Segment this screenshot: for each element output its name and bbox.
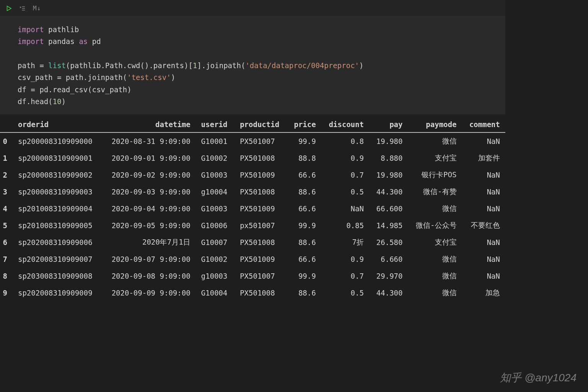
code-str: 'test.csv' (127, 73, 171, 82)
table-cell: 支付宝 (408, 150, 462, 167)
table-cell: 0.85 (321, 217, 369, 234)
run-cell-icon[interactable] (5, 5, 12, 12)
table-cell: 6 (0, 234, 13, 251)
table-cell: 微信 (408, 200, 462, 217)
table-cell: PX501008 (235, 234, 287, 251)
column-header: userid (196, 117, 234, 132)
table-cell: 0.9 (321, 150, 369, 167)
table-cell: 99.9 (287, 132, 321, 150)
table-cell: G10004 (196, 284, 234, 301)
table-cell: 0 (0, 132, 13, 150)
run-by-line-icon[interactable] (19, 5, 26, 12)
table-cell: G10003 (196, 200, 234, 217)
code-text: ) (171, 73, 175, 82)
output-area: orderiddatetimeuseridproductidpricedisco… (0, 114, 505, 301)
table-cell: sp203008310909008 (13, 268, 102, 284)
table-cell: 26.580 (369, 234, 408, 251)
table-cell: 2020-08-31 9:09:00 (102, 132, 196, 150)
table-cell: 44.300 (369, 284, 408, 301)
code-text: df = pd.read_csv(csv_path) (18, 85, 131, 94)
table-cell: 1 (0, 150, 13, 167)
table-cell: PX501009 (235, 167, 287, 183)
table-cell: NaN (462, 132, 505, 150)
code-keyword: import (18, 37, 44, 46)
table-cell: 66.6 (287, 251, 321, 268)
table-row: 9sp2020083109090092020-09-09 9:09:00G100… (0, 284, 505, 301)
code-cell[interactable]: import pathlib import pandas as pd path … (0, 17, 505, 114)
table-cell: PX501008 (235, 183, 287, 200)
table-cell: PX501009 (235, 251, 287, 268)
table-cell: sp201008310909005 (13, 217, 102, 234)
table-cell: 微信 (408, 132, 462, 150)
table-cell: 5 (0, 217, 13, 234)
table-cell: G10003 (196, 167, 234, 183)
table-cell: 0.8 (321, 132, 369, 150)
table-cell: 8.880 (369, 150, 408, 167)
table-head: orderiddatetimeuseridproductidpricedisco… (0, 117, 505, 132)
table-cell: 88.8 (287, 150, 321, 167)
table-cell: 0.5 (321, 183, 369, 200)
code-text: ) (359, 61, 363, 70)
table-cell: 14.985 (369, 217, 408, 234)
table-cell: PX501007 (235, 132, 287, 150)
table-cell: PX501007 (235, 268, 287, 284)
table-cell: 2020-09-03 9:09:00 (102, 183, 196, 200)
table-row: 2sp2000083109090022020-09-02 9:09:00G100… (0, 167, 505, 183)
table-cell: 7折 (321, 234, 369, 251)
table-cell: G10002 (196, 150, 234, 167)
table-cell: 19.980 (369, 132, 408, 150)
table-cell: NaN (462, 167, 505, 183)
code-text: ].joinpath( (197, 61, 245, 70)
table-row: 0sp2000083109090002020-08-31 9:09:00G100… (0, 132, 505, 150)
table-cell: sp200008310909003 (13, 183, 102, 200)
table-cell: sp202008310909006 (13, 234, 102, 251)
table-row: 3sp2000083109090032020-09-03 9:09:00g100… (0, 183, 505, 200)
table-cell: 29.970 (369, 268, 408, 284)
table-cell: 2020-09-08 9:09:00 (102, 268, 196, 284)
table-cell: 加套件 (462, 150, 505, 167)
table-cell: 不要红色 (462, 217, 505, 234)
column-header: pay (369, 117, 408, 132)
table-row: 5sp2010083109090052020-09-05 9:09:00G100… (0, 217, 505, 234)
dataframe-table: orderiddatetimeuseridproductidpricedisco… (0, 117, 505, 301)
column-header: comment (462, 117, 505, 132)
table-cell: 0.7 (321, 268, 369, 284)
table-cell: px501007 (235, 217, 287, 234)
table-body: 0sp2000083109090002020-08-31 9:09:00G100… (0, 132, 505, 301)
table-cell: 9 (0, 284, 13, 301)
table-cell: 2020-09-04 9:09:00 (102, 200, 196, 217)
code-text: df.head( (18, 97, 53, 106)
column-header: orderid (13, 117, 102, 132)
table-cell: 微信-公众号 (408, 217, 462, 234)
table-cell: 66.600 (369, 200, 408, 217)
table-cell: 微信 (408, 284, 462, 301)
table-cell: 微信-有赞 (408, 183, 462, 200)
code-text: pathlib (44, 25, 79, 34)
code-fn: list (48, 61, 66, 70)
markdown-toggle[interactable]: M↓ (33, 5, 41, 12)
table-cell: 66.6 (287, 167, 321, 183)
table-cell: 0.5 (321, 284, 369, 301)
table-row: 7sp2020083109090072020-09-07 9:09:00G100… (0, 251, 505, 268)
code-text: path = (18, 61, 48, 70)
table-cell: PX501009 (235, 200, 287, 217)
table-cell: sp200008310909000 (13, 132, 102, 150)
table-cell: G10001 (196, 132, 234, 150)
code-text: ) (61, 97, 65, 106)
table-cell: 0.9 (321, 251, 369, 268)
table-cell: 3 (0, 183, 13, 200)
table-cell: 88.6 (287, 284, 321, 301)
table-cell: 2020-09-05 9:09:00 (102, 217, 196, 234)
table-cell: sp202008310909009 (13, 284, 102, 301)
table-cell: sp200008310909001 (13, 150, 102, 167)
code-str: 'data/dataproc/004preproc' (245, 61, 359, 70)
cell-toolbar: M↓ (0, 0, 505, 17)
table-row: 8sp2030083109090082020-09-08 9:09:00g100… (0, 268, 505, 284)
table-cell: 0.7 (321, 167, 369, 183)
table-cell: 66.6 (287, 200, 321, 217)
table-cell: 44.300 (369, 183, 408, 200)
table-cell: 微信 (408, 251, 462, 268)
code-num: 10 (53, 97, 62, 106)
table-cell: 7 (0, 251, 13, 268)
code-text: pandas (44, 37, 79, 46)
